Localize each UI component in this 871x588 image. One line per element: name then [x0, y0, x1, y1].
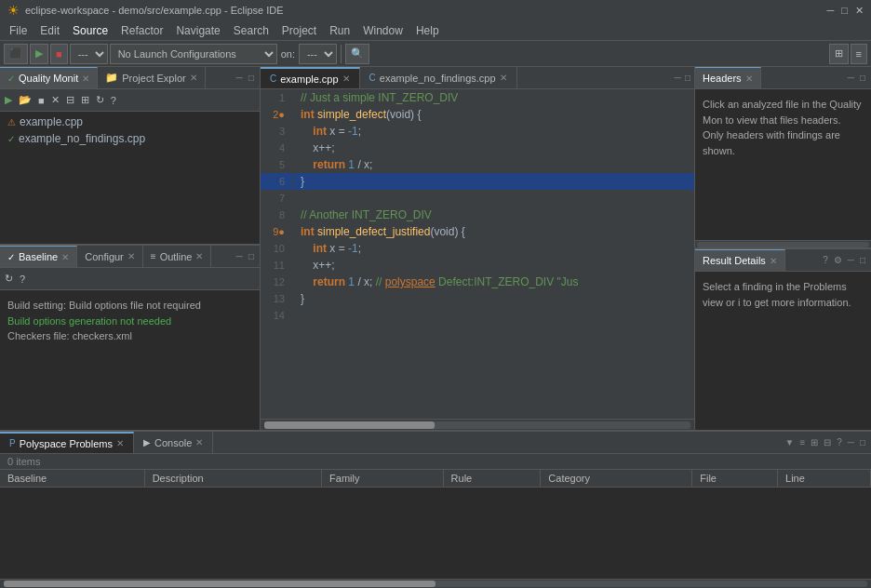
tb-new-button[interactable]: ⬛: [4, 44, 28, 64]
menu-project[interactable]: Project: [276, 22, 322, 39]
tab-console[interactable]: ▶ Console ✕: [134, 432, 213, 453]
tb-search-button[interactable]: 🔍: [345, 44, 369, 64]
menu-file[interactable]: File: [4, 22, 33, 39]
problems-group-icon[interactable]: ≡: [797, 436, 807, 448]
help-button[interactable]: ?: [108, 94, 119, 107]
tab-result-details[interactable]: Result Details ✕: [695, 249, 785, 271]
tab-configure[interactable]: Configur ✕: [77, 246, 143, 267]
tb-perspective-button[interactable]: ⊞: [829, 44, 849, 64]
expand-all-button[interactable]: ⊞: [78, 93, 92, 107]
tab-example-no-findings[interactable]: C example_no_findings.cpp ✕: [360, 67, 517, 88]
line-number-13: 13: [261, 290, 293, 307]
problems-help-icon[interactable]: ?: [835, 436, 844, 448]
menu-run[interactable]: Run: [324, 22, 355, 39]
col-description[interactable]: Description: [144, 470, 321, 488]
maximize-button[interactable]: □: [841, 5, 848, 17]
tab-headers[interactable]: Headers ✕: [695, 67, 761, 88]
baseline-refresh-button[interactable]: ↻: [2, 272, 16, 286]
collapse-all-button[interactable]: ⊟: [63, 93, 77, 107]
project-explorer-close[interactable]: ✕: [190, 73, 197, 83]
line-content-1: // Just a simple INT_ZERO_DIV: [293, 89, 694, 106]
checkers-text: Checkers file: checkers.xml: [7, 328, 252, 344]
problems-collapse-icon[interactable]: ⊟: [822, 436, 833, 448]
bottom-left-maximize[interactable]: □: [247, 250, 256, 262]
problems-filter-icon[interactable]: ▼: [784, 436, 797, 448]
problems-expand-icon[interactable]: ⊞: [809, 436, 820, 448]
minimize-button[interactable]: ─: [827, 5, 835, 17]
tab-project-explorer[interactable]: 📁 Project Explor ✕: [98, 67, 205, 88]
list-item[interactable]: ✓ example_no_findings.cpp: [0, 130, 260, 147]
problems-hscrollbar[interactable]: [0, 579, 871, 588]
stop-button[interactable]: ■: [35, 94, 47, 107]
target-select[interactable]: ---: [299, 44, 337, 64]
headers-label: Headers: [703, 73, 742, 84]
tb-stop-button[interactable]: ■: [50, 44, 68, 64]
headers-close[interactable]: ✕: [745, 74, 753, 84]
panel-maximize-icon[interactable]: □: [247, 72, 256, 84]
col-family[interactable]: Family: [322, 470, 444, 488]
left-panel-tabs: ✓ Quality Monit ✕ 📁 Project Explor ✕ ─ □: [0, 67, 260, 89]
panel-minimize-icon[interactable]: ─: [234, 72, 245, 84]
col-baseline[interactable]: Baseline: [0, 470, 144, 488]
menu-search[interactable]: Search: [228, 22, 275, 39]
menu-refactor[interactable]: Refactor: [115, 22, 168, 39]
tab-baseline[interactable]: ✓ Baseline ✕: [0, 246, 77, 267]
code-editor[interactable]: 1 // Just a simple INT_ZERO_DIV 2● int s…: [261, 89, 694, 419]
col-category[interactable]: Category: [541, 470, 692, 488]
baseline-help-button[interactable]: ?: [17, 273, 28, 286]
col-line[interactable]: Line: [778, 470, 871, 488]
outline-close[interactable]: ✕: [195, 251, 203, 261]
project-explorer-icon: 📁: [105, 72, 118, 84]
no-findings-close[interactable]: ✕: [500, 73, 507, 83]
result-details-close[interactable]: ✕: [770, 256, 777, 266]
problems-minimize[interactable]: ─: [846, 436, 856, 448]
line-number-11: 11: [261, 257, 293, 274]
close-button[interactable]: ✕: [855, 5, 864, 17]
code-line-10: 10 int x = -1;: [261, 240, 694, 257]
code-line-3: 3 int x = -1;: [261, 123, 694, 140]
baseline-close[interactable]: ✕: [61, 252, 69, 262]
tb-extra-button[interactable]: ≡: [851, 44, 867, 64]
launch-config-select[interactable]: No Launch Configurations: [110, 44, 277, 64]
polyspace-close[interactable]: ✕: [116, 438, 124, 448]
bottom-left-minimize[interactable]: ─: [234, 250, 245, 262]
menu-edit[interactable]: Edit: [34, 22, 65, 39]
list-item[interactable]: ⚠ example.cpp: [0, 114, 260, 130]
headers-minimize[interactable]: ─: [846, 72, 856, 84]
editor-maximize-icon[interactable]: □: [685, 73, 690, 83]
editor-hscrollbar[interactable]: [261, 419, 694, 430]
editor-tabs: C example.cpp ✕ C example_no_findings.cp…: [261, 67, 694, 89]
tab-quality-monitor[interactable]: ✓ Quality Monit ✕: [0, 67, 98, 88]
result-config-icon[interactable]: ⚙: [832, 254, 844, 266]
editor-minimize-icon[interactable]: ─: [675, 73, 681, 83]
menu-navigate[interactable]: Navigate: [170, 22, 225, 39]
problems-maximize[interactable]: □: [858, 436, 867, 448]
col-rule[interactable]: Rule: [443, 470, 541, 488]
headers-maximize[interactable]: □: [858, 72, 867, 84]
tab-polyspace-problems[interactable]: P Polyspace Problems ✕: [0, 432, 134, 453]
configure-close[interactable]: ✕: [127, 251, 135, 261]
example-cpp-close[interactable]: ✕: [342, 74, 350, 84]
menu-help[interactable]: Help: [410, 22, 445, 39]
line-content-10: int x = -1;: [293, 240, 694, 257]
run-analysis-button[interactable]: ▶: [2, 93, 15, 107]
result-help-icon[interactable]: ?: [821, 254, 830, 266]
menu-window[interactable]: Window: [357, 22, 409, 39]
refresh-button[interactable]: ↻: [93, 93, 107, 107]
tb-run-button[interactable]: ▶: [30, 44, 48, 64]
code-line-1: 1 // Just a simple INT_ZERO_DIV: [261, 89, 694, 106]
result-maximize[interactable]: □: [858, 254, 867, 266]
problems-table[interactable]: Baseline Description Family Rule Categor…: [0, 470, 871, 579]
tab-outline[interactable]: ≡ Outline ✕: [143, 246, 212, 267]
quality-monitor-close[interactable]: ✕: [82, 74, 89, 84]
line-number-1: 1: [261, 89, 293, 106]
menu-source[interactable]: Source: [67, 22, 114, 39]
delete-button[interactable]: ✕: [48, 93, 62, 107]
console-close[interactable]: ✕: [195, 437, 203, 448]
run-config-select[interactable]: ---: [70, 44, 108, 64]
open-results-button[interactable]: 📂: [16, 93, 34, 107]
col-file[interactable]: File: [692, 470, 778, 488]
result-minimize[interactable]: ─: [846, 254, 856, 266]
headers-scrollbar[interactable]: [695, 240, 871, 247]
tab-example-cpp[interactable]: C example.cpp ✕: [261, 67, 360, 88]
